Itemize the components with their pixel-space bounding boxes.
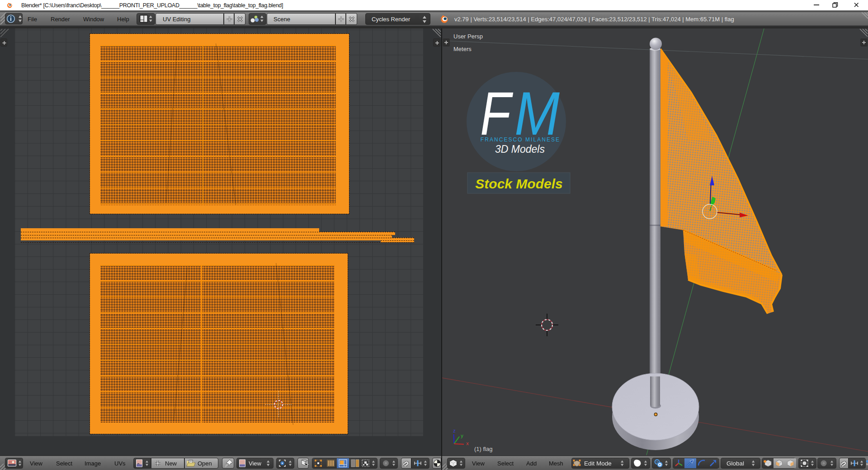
svg-text:z: z [453, 428, 456, 433]
svg-text:FRANCESCO MILANESE: FRANCESCO MILANESE [481, 136, 560, 143]
svg-text:Global: Global [726, 460, 744, 467]
svg-text:Open: Open [198, 460, 212, 467]
svg-text:y: y [461, 433, 463, 438]
svg-text:Meters: Meters [453, 46, 472, 52]
svg-text:Stock Models: Stock Models [475, 176, 562, 191]
svg-text:User Persp: User Persp [453, 33, 483, 40]
svg-text:3D Models: 3D Models [495, 143, 545, 155]
svg-text:View: View [249, 460, 262, 467]
svg-text:(1) flag: (1) flag [474, 446, 492, 452]
svg-text:x: x [466, 441, 469, 446]
svg-text:Edit Mode: Edit Mode [584, 460, 612, 467]
svg-text:New: New [165, 460, 177, 467]
